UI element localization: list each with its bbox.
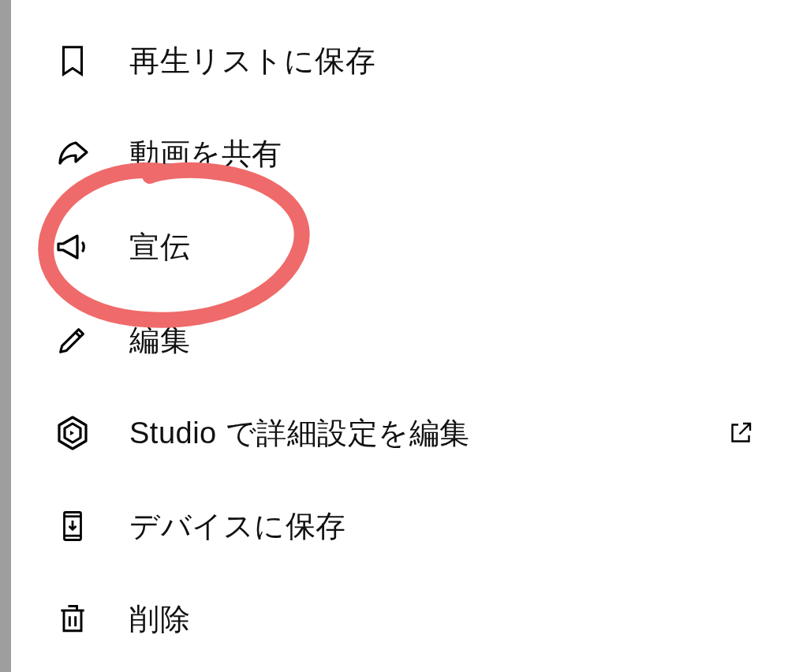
menu-item-label: 宣伝 — [129, 227, 756, 267]
menu-item-label: 編集 — [129, 320, 756, 360]
menu-item-save-device[interactable]: デバイスに保存 — [11, 480, 788, 573]
menu-item-label: 動画を共有 — [129, 134, 756, 174]
context-menu: 再生リストに保存 動画を共有 宣伝 編集 — [11, 0, 788, 666]
pencil-icon — [54, 321, 91, 359]
scroll-edge — [0, 0, 11, 672]
menu-item-share-video[interactable]: 動画を共有 — [11, 107, 788, 200]
menu-item-edit[interactable]: 編集 — [11, 293, 788, 386]
menu-item-label: デバイスに保存 — [129, 506, 756, 547]
menu-item-label: 再生リストに保存 — [129, 41, 756, 81]
trash-icon — [54, 600, 91, 638]
megaphone-icon — [54, 228, 91, 266]
share-icon — [54, 135, 91, 173]
menu-item-label: Studio で詳細設定を編集 — [129, 413, 725, 454]
menu-item-studio-edit[interactable]: Studio で詳細設定を編集 — [11, 386, 788, 480]
menu-item-label: 削除 — [129, 599, 756, 640]
menu-item-save-playlist[interactable]: 再生リストに保存 — [11, 14, 788, 107]
menu-item-promote[interactable]: 宣伝 — [11, 200, 788, 293]
studio-icon — [54, 414, 91, 452]
menu-item-delete[interactable]: 削除 — [11, 573, 788, 666]
external-link-icon — [725, 417, 756, 449]
download-device-icon — [54, 507, 91, 545]
bookmark-icon — [54, 42, 91, 80]
